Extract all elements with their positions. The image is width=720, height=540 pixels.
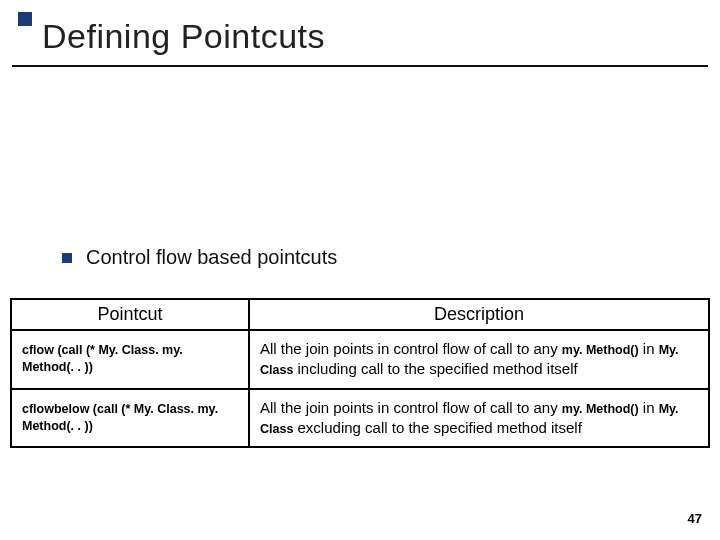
page-title: Defining Pointcuts bbox=[42, 17, 325, 56]
bullet-square-icon bbox=[62, 253, 72, 263]
desc-text: excluding call to the specified method i… bbox=[293, 419, 582, 436]
cell-description: All the join points in control flow of c… bbox=[249, 330, 709, 389]
cell-pointcut: cflow (call (* My. Class. my. Method(. .… bbox=[11, 330, 249, 389]
table-row: cflowbelow (call (* My. Class. my. Metho… bbox=[11, 389, 709, 448]
title-underline bbox=[12, 65, 708, 67]
desc-text: All the join points in control flow of c… bbox=[260, 340, 562, 357]
page-number: 47 bbox=[688, 511, 702, 526]
cell-pointcut: cflowbelow (call (* My. Class. my. Metho… bbox=[11, 389, 249, 448]
table-row: cflow (call (* My. Class. my. Method(. .… bbox=[11, 330, 709, 389]
slide: Defining Pointcuts Control flow based po… bbox=[0, 0, 720, 540]
bullet-text: Control flow based pointcuts bbox=[86, 246, 337, 269]
desc-text: All the join points in control flow of c… bbox=[260, 399, 562, 416]
bullet-item: Control flow based pointcuts bbox=[62, 246, 337, 269]
accent-square-icon bbox=[18, 12, 32, 26]
desc-text: in bbox=[639, 340, 659, 357]
desc-text: including call to the specified method i… bbox=[293, 360, 577, 377]
desc-text: in bbox=[639, 399, 659, 416]
desc-code: my. Method() bbox=[562, 343, 639, 357]
header-pointcut: Pointcut bbox=[11, 299, 249, 330]
pointcut-table: Pointcut Description cflow (call (* My. … bbox=[10, 298, 710, 448]
desc-code: my. Method() bbox=[562, 402, 639, 416]
cell-description: All the join points in control flow of c… bbox=[249, 389, 709, 448]
header-description: Description bbox=[249, 299, 709, 330]
table-header-row: Pointcut Description bbox=[11, 299, 709, 330]
